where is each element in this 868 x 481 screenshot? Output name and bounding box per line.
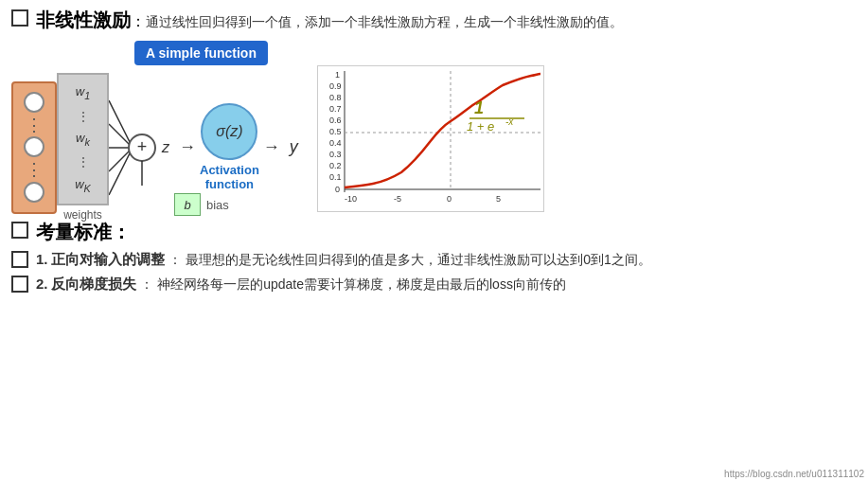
criteria-1-text: 最理想的是无论线性回归得到的值是多大，通过非线性激励可以达到0到1之间。 xyxy=(186,252,651,267)
weights-layer: w1 ⋮ wk ⋮ wK xyxy=(57,73,109,205)
sigmoid-chart-svg: 1 0.9 0.8 0.7 0.6 0.5 0.4 0.3 0.2 0.1 0 … xyxy=(317,65,544,212)
arrows-area: + xyxy=(109,81,156,214)
w1-label: w1 xyxy=(76,84,90,101)
svg-text:0: 0 xyxy=(335,185,340,194)
svg-text:1: 1 xyxy=(474,98,484,117)
criteria-2-colon: ： xyxy=(140,276,153,292)
dots-1: ⋮ xyxy=(26,116,43,134)
bias-box: b xyxy=(174,193,201,216)
svg-text:0.3: 0.3 xyxy=(329,150,342,159)
criteria-1-number: 1. xyxy=(36,251,48,267)
criteria-2-content: 2. 反向梯度损失 ： 神经网络每一层的update需要计算梯度，梯度是由最后的… xyxy=(36,274,857,295)
section2-row: 考量标准： xyxy=(11,220,857,245)
svg-text:-x: -x xyxy=(505,116,514,127)
svg-text:1 + e: 1 + e xyxy=(467,119,494,134)
input-col: ⋮ ⋮ xyxy=(11,81,57,214)
arrow-to-sigma: → xyxy=(179,137,196,157)
svg-text:0.9: 0.9 xyxy=(329,81,342,91)
svg-text:+: + xyxy=(137,137,148,156)
criteria-row-1: 1. 正向对输入的调整 ： 最理想的是无论线性回归得到的值是多大，通过非线性激励… xyxy=(11,249,857,271)
svg-line-0 xyxy=(109,100,133,148)
section1-header: 非线性激励 ： 通过线性回归得到一个值，添加一个非线性激励方程，生成一个非线性激… xyxy=(11,8,857,33)
nn-container: ⋮ ⋮ w1 ⋮ wk ⋮ wK weights xyxy=(11,73,298,222)
bias-row: b bias xyxy=(174,193,229,216)
criteria-2-bold: 反向梯度损失 xyxy=(51,276,136,292)
section1-title: 非线性激励 xyxy=(36,8,131,33)
activation-label: Activationfunction xyxy=(200,163,259,191)
wk-label: wk xyxy=(76,131,90,148)
arrow-to-y: → xyxy=(263,137,280,157)
bias-text-label: bias xyxy=(206,198,229,212)
criteria-1-bold: 正向对输入的调整 xyxy=(51,251,165,267)
svg-text:-10: -10 xyxy=(345,194,357,204)
svg-line-4 xyxy=(109,148,133,195)
criteria-2-text: 神经网络每一层的update需要计算梯度，梯度是由最后的loss向前传的 xyxy=(157,276,566,292)
w-dots1: ⋮ xyxy=(77,110,90,123)
sigma-circle: σ(z) xyxy=(201,103,257,160)
svg-text:5: 5 xyxy=(496,194,501,204)
svg-text:0.7: 0.7 xyxy=(329,104,342,114)
weights-col: w1 ⋮ wk ⋮ wK weights xyxy=(57,73,109,222)
section1-title-block: 非线性激励 ： 通过线性回归得到一个值，添加一个非线性激励方程，生成一个非线性激… xyxy=(36,8,623,33)
svg-text:0.2: 0.2 xyxy=(329,161,342,170)
criteria-1-content: 1. 正向对输入的调整 ： 最理想的是无论线性回归得到的值是多大，通过非线性激励… xyxy=(36,249,857,271)
watermark: https://blog.csdn.net/u011311102 xyxy=(724,469,864,479)
wK-label: wK xyxy=(75,177,91,194)
checkbox-icon-c2 xyxy=(11,276,28,293)
w-dots2: ⋮ xyxy=(77,155,90,169)
svg-text:0.8: 0.8 xyxy=(329,93,342,102)
page-container: 非线性激励 ： 通过线性回归得到一个值，添加一个非线性激励方程，生成一个非线性激… xyxy=(0,0,868,481)
checkbox-icon-1 xyxy=(11,9,28,27)
svg-text:0.6: 0.6 xyxy=(329,116,342,125)
svg-text:1: 1 xyxy=(335,70,340,80)
criteria-1-colon: ： xyxy=(168,252,182,267)
svg-text:0.4: 0.4 xyxy=(329,138,342,148)
svg-text:-5: -5 xyxy=(394,194,401,204)
section2-title: 考量标准： xyxy=(36,220,131,245)
neuron-bot xyxy=(24,182,44,203)
neuron-top xyxy=(24,92,44,113)
section1-colon: ： xyxy=(131,12,146,32)
checkbox-icon-c1 xyxy=(11,251,28,268)
arrows-svg: + xyxy=(109,81,156,214)
svg-text:0.1: 0.1 xyxy=(329,172,342,182)
y-label: y xyxy=(290,137,298,157)
z-sigma-row: z → σ(z) Activationfunction → y xyxy=(156,103,298,191)
criteria-row-2: 2. 反向梯度损失 ： 神经网络每一层的update需要计算梯度，梯度是由最后的… xyxy=(11,274,857,295)
nn-with-label: A simple function ⋮ ⋮ w1 xyxy=(11,41,298,216)
dots-2: ⋮ xyxy=(26,161,43,178)
neuron-mid xyxy=(24,136,44,157)
simple-function-col: A simple function xyxy=(134,41,268,69)
diagram-area: A simple function ⋮ ⋮ w1 xyxy=(11,41,857,216)
checkbox-icon-2 xyxy=(11,222,28,239)
criteria-2-number: 2. xyxy=(36,276,48,292)
sigma-col: σ(z) Activationfunction xyxy=(200,103,259,191)
chart-area: 1 0.9 0.8 0.7 0.6 0.5 0.4 0.3 0.2 0.1 0 … xyxy=(317,65,544,216)
svg-text:0: 0 xyxy=(447,194,452,204)
title-main: 非线性激励 ： 通过线性回归得到一个值，添加一个非线性激励方程，生成一个非线性激… xyxy=(36,8,623,33)
z-label: z xyxy=(162,139,169,156)
svg-text:0.5: 0.5 xyxy=(329,127,342,136)
input-layer: ⋮ ⋮ xyxy=(11,81,57,214)
section1-desc: 通过线性回归得到一个值，添加一个非线性激励方程，生成一个非线性激励的值。 xyxy=(146,11,623,32)
sigma-text: σ(z) xyxy=(216,123,242,140)
simple-function-box: A simple function xyxy=(134,41,268,65)
